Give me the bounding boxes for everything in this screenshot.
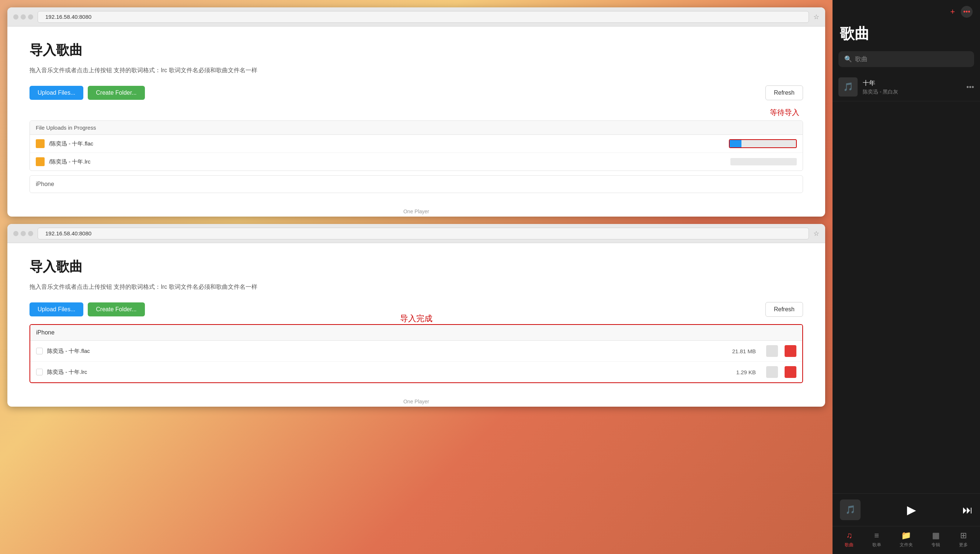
upload-item-2: /陈奕迅 - 十年.lrc: [30, 153, 803, 170]
dot-green-2: [28, 231, 33, 236]
browser-dots-2: [13, 231, 33, 236]
address-text-2: 192.16.58.40:8080: [45, 230, 91, 237]
bookmark-icon-1[interactable]: ☆: [813, 13, 819, 21]
dot-red: [13, 14, 18, 19]
song-menu-button[interactable]: •••: [966, 83, 974, 91]
browser-window-2: 192.16.58.40:8080 ☆ 导入歌曲 拖入音乐文件或者点击上传按钮 …: [7, 224, 825, 407]
delete-button-1[interactable]: [785, 345, 796, 357]
completed-file-name-2: 陈奕迅 - 十年.lrc: [47, 369, 732, 376]
file-list-wrapper: 导入完成 iPhone 陈奕迅 - 十年.flac 21.81 MB 陈奕迅 -…: [29, 324, 803, 383]
song-artist: 陈奕迅 - 黑白灰: [863, 89, 961, 96]
address-bar-1[interactable]: 192.16.58.40:8080: [38, 11, 809, 23]
upload-section-header: File Uploads in Progress: [30, 121, 803, 135]
refresh-button-1[interactable]: Refresh: [765, 86, 803, 100]
dot-yellow: [21, 14, 26, 19]
annotation-row-1: 等待导入: [29, 108, 803, 119]
iphone-folder-1[interactable]: iPhone: [29, 175, 803, 193]
toolbar-1: Upload Files... Create Folder... Refresh: [29, 86, 803, 100]
browser-dots-1: [13, 14, 33, 19]
create-folder-button-1[interactable]: Create Folder...: [88, 86, 145, 100]
files-nav-icon: 📁: [901, 531, 911, 540]
upload-files-button-2[interactable]: Upload Files...: [29, 302, 83, 317]
page-title-1: 导入歌曲: [29, 41, 803, 59]
album-art-small: 🎵: [840, 500, 860, 520]
albums-nav-label: 专辑: [931, 542, 940, 548]
songs-nav-icon: ♫: [846, 531, 852, 540]
refresh-button-2[interactable]: Refresh: [765, 302, 803, 317]
browser-chrome-2: 192.16.58.40:8080 ☆: [7, 224, 825, 243]
completed-file-name-1: 陈奕迅 - 十年.flac: [47, 348, 728, 355]
nav-albums[interactable]: ▦ 专辑: [931, 531, 940, 548]
progress-bar-fill-1: [729, 140, 741, 147]
file-icon-1: [36, 139, 45, 148]
file-icon-2: [36, 157, 45, 166]
play-button[interactable]: ▶: [907, 503, 916, 517]
upload-progress-section: File Uploads in Progress /陈奕迅 - 十年.flac …: [29, 121, 803, 171]
file-list-item-2: 陈奕迅 - 十年.lrc 1.29 KB: [30, 362, 802, 382]
albums-nav-icon: ▦: [932, 531, 940, 540]
fast-forward-button[interactable]: ⏭: [962, 504, 973, 516]
file-list-header: iPhone: [30, 325, 802, 341]
file-name-1: /陈奕迅 - 十年.flac: [49, 140, 725, 147]
playlist-nav-label: 歌单: [872, 542, 881, 548]
progress-bar-container-1: [729, 140, 796, 147]
more-nav-icon: ⊞: [960, 531, 967, 540]
page-subtitle-2: 拖入音乐文件或者点击上传按钮 支持的歌词格式：lrc 歌词文件名必须和歌曲文件名…: [29, 283, 803, 291]
file-size-2: 1.29 KB: [736, 369, 756, 375]
player-top-bar: + •••: [833, 0, 980, 24]
upload-item-1: /陈奕迅 - 十年.flac: [30, 135, 803, 153]
file-name-2: /陈奕迅 - 十年.lrc: [49, 158, 726, 166]
annotation-done-label: 导入完成: [400, 313, 433, 324]
address-bar-2[interactable]: 192.16.58.40:8080: [38, 228, 809, 239]
footer-2: One Player: [7, 394, 825, 407]
file-list-section: iPhone 陈奕迅 - 十年.flac 21.81 MB 陈奕迅 - 十年.l…: [29, 324, 803, 383]
checkbox-2[interactable]: [36, 369, 43, 375]
nav-files[interactable]: 📁 文件夹: [900, 531, 913, 548]
bookmark-icon-2[interactable]: ☆: [813, 229, 819, 237]
share-button-1[interactable]: [766, 345, 778, 357]
search-bar[interactable]: 🔍 歌曲: [838, 51, 974, 67]
player-section-title: 歌曲: [833, 24, 980, 51]
browser-content-2: 导入歌曲 拖入音乐文件或者点击上传按钮 支持的歌词格式：lrc 歌词文件名必须和…: [7, 243, 825, 394]
browser-window-1: 192.16.58.40:8080 ☆ 导入歌曲 拖入音乐文件或者点击上传按钮 …: [7, 7, 825, 217]
song-item[interactable]: 🎵 十年 陈奕迅 - 黑白灰 •••: [833, 73, 980, 101]
nav-songs[interactable]: ♫ 歌曲: [845, 531, 854, 548]
file-list-item-1: 陈奕迅 - 十年.flac 21.81 MB: [30, 341, 802, 362]
songs-nav-label: 歌曲: [845, 542, 854, 548]
create-folder-button-2[interactable]: Create Folder...: [88, 302, 145, 317]
progress-bar-wrapper-1: [729, 139, 797, 148]
checkbox-1[interactable]: [36, 348, 43, 354]
more-nav-label: 更多: [959, 542, 968, 548]
player-spacer: [833, 101, 980, 493]
browser-content-1: 导入歌曲 拖入音乐文件或者点击上传按钮 支持的歌词格式：lrc 歌词文件名必须和…: [7, 27, 825, 204]
page-title-2: 导入歌曲: [29, 258, 803, 276]
upload-files-button-1[interactable]: Upload Files...: [29, 86, 83, 100]
footer-1: One Player: [7, 204, 825, 217]
annotation-waiting-label: 等待导入: [770, 108, 799, 118]
files-nav-label: 文件夹: [900, 542, 913, 548]
playlist-nav-icon: ≡: [874, 531, 879, 540]
player-nav: ♫ 歌曲 ≡ 歌单 📁 文件夹 ▦ 专辑 ⊞ 更多: [833, 526, 980, 554]
song-info: 十年 陈奕迅 - 黑白灰: [863, 79, 961, 96]
dot-green: [28, 14, 33, 19]
more-options-button[interactable]: •••: [961, 6, 973, 18]
dot-yellow-2: [21, 231, 26, 236]
add-button[interactable]: +: [950, 6, 955, 18]
address-text-1: 192.16.58.40:8080: [45, 14, 91, 20]
delete-button-2[interactable]: [785, 366, 796, 378]
nav-more[interactable]: ⊞ 更多: [959, 531, 968, 548]
page-subtitle-1: 拖入音乐文件或者点击上传按钮 支持的歌词格式：lrc 歌词文件名必须和歌曲文件名…: [29, 67, 803, 75]
progress-bar-empty-2: [730, 158, 797, 166]
share-button-2[interactable]: [766, 366, 778, 378]
music-player: + ••• 歌曲 🔍 歌曲 🎵 十年 陈奕迅 - 黑白灰 ••• 🎵 ▶ ⏭ ♫…: [833, 0, 980, 554]
song-title: 十年: [863, 79, 961, 87]
search-icon: 🔍: [844, 55, 852, 63]
dot-red-2: [13, 231, 18, 236]
player-controls: 🎵 ▶ ⏭: [833, 493, 980, 526]
song-thumbnail: 🎵: [838, 77, 857, 97]
search-input[interactable]: 歌曲: [855, 55, 868, 64]
browser-chrome-1: 192.16.58.40:8080 ☆: [7, 7, 825, 27]
nav-playlist[interactable]: ≡ 歌单: [872, 531, 881, 548]
file-size-1: 21.81 MB: [732, 348, 756, 354]
